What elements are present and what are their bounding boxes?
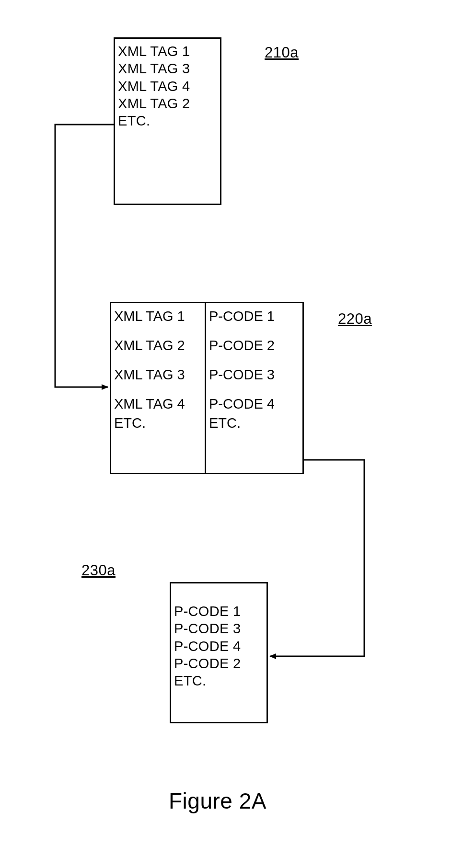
figure-caption: Figure 2A: [169, 788, 267, 814]
arrow-220a-to-230a: [0, 0, 452, 868]
